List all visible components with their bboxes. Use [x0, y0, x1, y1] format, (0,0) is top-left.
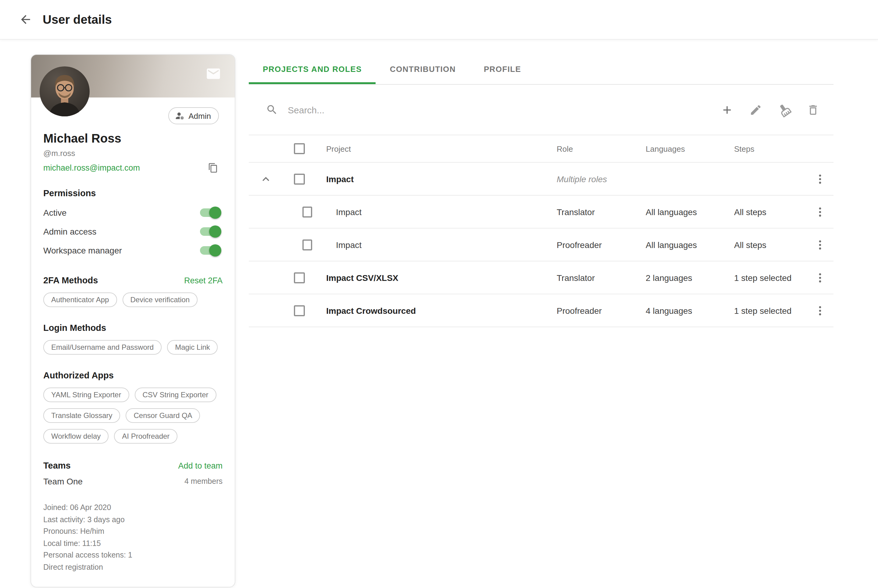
- table-toolbar: [249, 85, 833, 135]
- collapse-row-button[interactable]: [259, 172, 272, 186]
- project-name: Impact: [312, 207, 550, 217]
- team-name: Team One: [43, 477, 83, 486]
- languages-value: 4 languages: [639, 306, 728, 315]
- row-menu-button[interactable]: [814, 173, 826, 185]
- toggle-label-workspace-manager: Workspace manager: [43, 245, 122, 255]
- steps-value: All steps: [728, 240, 807, 249]
- row-checkbox[interactable]: [294, 305, 305, 316]
- avatar: [40, 66, 90, 116]
- user-email-link[interactable]: michael.ross@impact.com: [43, 163, 140, 172]
- row-checkbox[interactable]: [294, 173, 305, 184]
- twofa-chip: Authenticator App: [43, 292, 117, 307]
- permission-row-workspace-manager: Workspace manager: [43, 241, 223, 260]
- languages-value: 2 languages: [639, 273, 728, 282]
- toggle-label-admin-access: Admin access: [43, 226, 96, 236]
- team-members-count: 4 members: [185, 477, 223, 486]
- add-icon: [720, 103, 733, 116]
- meta-local-time: Local time: 11:15: [43, 538, 223, 550]
- table-header-row: Project Role Languages Steps: [249, 135, 833, 163]
- table-row[interactable]: Impact Crowdsourced Proofreader 4 langua…: [249, 294, 833, 327]
- add-to-team-link[interactable]: Add to team: [178, 461, 223, 470]
- column-header-role: Role: [550, 144, 639, 153]
- send-email-button[interactable]: [206, 66, 221, 82]
- meta-access-tokens: Personal access tokens: 1: [43, 550, 223, 561]
- row-menu-button[interactable]: [814, 272, 826, 284]
- permission-row-admin-access: Admin access: [43, 222, 223, 241]
- role-value: Translator: [550, 207, 639, 217]
- mail-icon: [206, 66, 221, 82]
- user-profile-card: Admin Michael Ross @m.ross michael.ross@…: [30, 54, 235, 587]
- column-header-steps: Steps: [728, 144, 807, 153]
- login-methods-title: Login Methods: [43, 323, 223, 333]
- meta-pronouns: Pronouns: He/him: [43, 526, 223, 538]
- clean-button[interactable]: [773, 99, 795, 121]
- row-checkbox[interactable]: [302, 206, 312, 217]
- arrow-left-icon: [19, 13, 32, 26]
- team-row[interactable]: Team One 4 members: [43, 477, 223, 486]
- edit-button[interactable]: [744, 99, 767, 121]
- row-menu-button[interactable]: [814, 238, 826, 251]
- authorized-app-chip: YAML String Exporter: [43, 387, 129, 402]
- permissions-title: Permissions: [43, 188, 223, 198]
- toggle-active[interactable]: [199, 206, 221, 219]
- table-row[interactable]: Impact Proofreader All languages All ste…: [249, 228, 833, 261]
- row-menu-button[interactable]: [814, 304, 826, 316]
- project-name: Impact: [312, 240, 550, 249]
- meta-joined: Joined: 06 Apr 2020: [43, 502, 223, 514]
- select-all-checkbox[interactable]: [294, 143, 305, 154]
- teams-title: Teams: [43, 460, 71, 470]
- project-name: Impact CSV/XLSX: [312, 273, 550, 282]
- table-row[interactable]: Impact Multiple roles: [249, 163, 833, 196]
- permission-row-active: Active: [43, 203, 223, 222]
- role-value: Proofreader: [550, 240, 639, 249]
- steps-value: 1 step selected: [728, 273, 807, 282]
- search-icon: [266, 104, 278, 116]
- row-checkbox[interactable]: [302, 239, 312, 250]
- copy-icon: [207, 162, 218, 173]
- toggle-workspace-manager[interactable]: [199, 244, 221, 256]
- tab-contribution[interactable]: CONTRIBUTION: [376, 54, 470, 84]
- tab-projects-and-roles[interactable]: PROJECTS AND ROLES: [249, 54, 376, 84]
- tab-profile[interactable]: PROFILE: [470, 54, 535, 84]
- copy-email-button[interactable]: [207, 162, 219, 174]
- tab-bar: PROJECTS AND ROLES CONTRIBUTION PROFILE: [249, 54, 833, 85]
- steps-value: All steps: [728, 207, 807, 217]
- delete-button[interactable]: [802, 99, 824, 121]
- toggle-admin-access[interactable]: [199, 225, 221, 237]
- row-checkbox[interactable]: [294, 272, 305, 283]
- steps-value: 1 step selected: [728, 306, 807, 315]
- user-name: Michael Ross: [43, 132, 223, 146]
- toggle-label-active: Active: [43, 207, 66, 217]
- trash-icon: [806, 103, 819, 116]
- row-menu-button[interactable]: [814, 206, 826, 218]
- top-bar: User details: [0, 0, 878, 39]
- role-value: Multiple roles: [550, 174, 639, 184]
- meta-last-activity: Last activity: 3 days ago: [43, 514, 223, 526]
- authorized-app-chip: Censor Guard QA: [126, 408, 200, 423]
- broom-icon: [775, 101, 793, 118]
- avatar-image: [40, 66, 90, 116]
- authorized-apps-title: Authorized Apps: [43, 370, 223, 380]
- page-title: User details: [43, 12, 112, 27]
- project-name: Impact: [312, 174, 550, 184]
- login-method-chip: Magic Link: [167, 340, 218, 355]
- admin-badge: Admin: [168, 107, 219, 124]
- languages-value: All languages: [639, 207, 728, 217]
- admin-badge-label: Admin: [188, 112, 211, 120]
- reset-2fa-link[interactable]: Reset 2FA: [184, 276, 223, 285]
- search-input[interactable]: [287, 104, 716, 116]
- projects-roles-table: Project Role Languages Steps Impact Mult…: [249, 135, 833, 327]
- user-details-page: User details: [0, 0, 878, 588]
- authorized-app-chip: AI Proofreader: [114, 429, 177, 444]
- table-row[interactable]: Impact Translator All languages All step…: [249, 196, 833, 228]
- manage-accounts-icon: [175, 111, 185, 121]
- languages-value: All languages: [639, 240, 728, 249]
- table-row[interactable]: Impact CSV/XLSX Translator 2 languages 1…: [249, 261, 833, 294]
- user-username: @m.ross: [43, 148, 223, 158]
- twofa-chip: Device verification: [122, 292, 197, 307]
- back-button[interactable]: [15, 9, 37, 30]
- main-content: PROJECTS AND ROLES CONTRIBUTION PROFILE: [249, 54, 833, 327]
- column-header-project: Project: [312, 144, 550, 153]
- authorized-app-chip: Translate Glossary: [43, 408, 120, 423]
- add-button[interactable]: [716, 99, 738, 121]
